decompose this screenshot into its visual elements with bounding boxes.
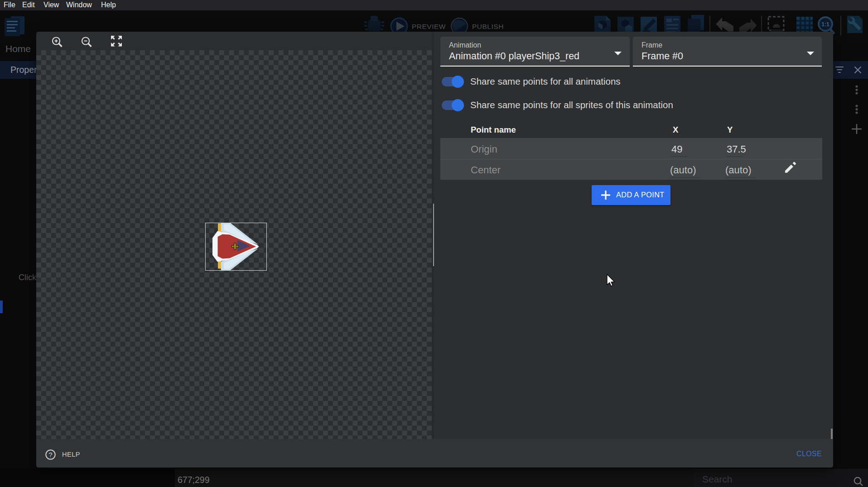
svg-text:?: ? (48, 451, 52, 458)
svg-text:1:1: 1:1 (821, 21, 829, 28)
